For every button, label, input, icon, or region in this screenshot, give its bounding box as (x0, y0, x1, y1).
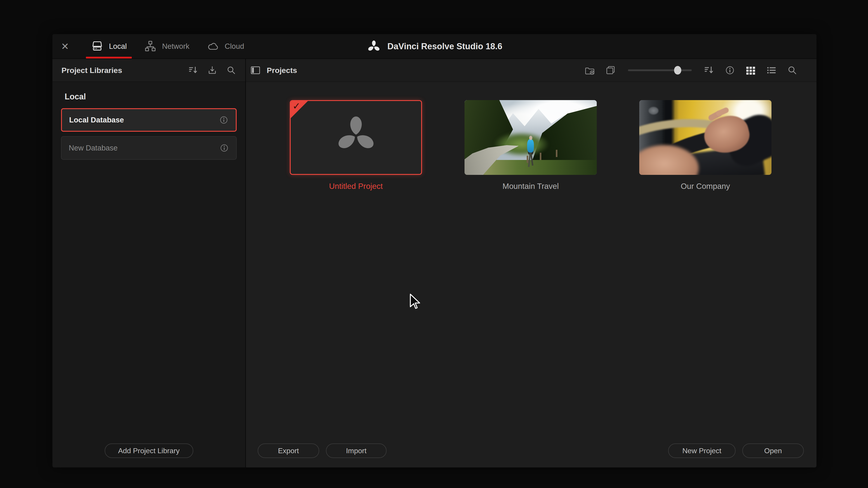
project-thumbnail-steering-wheel-photo (639, 100, 772, 175)
search-projects-icon[interactable] (787, 65, 798, 75)
thumbnail-preview-icon[interactable] (605, 65, 616, 75)
project-info-icon[interactable] (725, 65, 735, 75)
app-title: DaVinci Resolve Studio 18.6 (388, 41, 502, 51)
grid-view-icon[interactable] (745, 65, 756, 75)
thumbnail-size-slider[interactable] (628, 69, 692, 71)
sidebar-toggle-icon[interactable] (250, 66, 260, 75)
new-project-button[interactable]: New Project (668, 444, 736, 458)
projects-toolbar (585, 65, 807, 75)
library-section-label: Local (65, 92, 237, 101)
projects-footer: Export Import New Project Open (258, 444, 804, 458)
desktop-background: ✕ Local (0, 0, 868, 488)
project-thumbnail-placeholder: ✓ (290, 100, 422, 175)
close-icon: ✕ (61, 41, 69, 52)
close-button[interactable]: ✕ (61, 34, 77, 59)
app-title-group: DaVinci Resolve Studio 18.6 (367, 39, 502, 54)
tab-local[interactable]: Local (82, 34, 135, 59)
window-topbar: ✕ Local (53, 34, 816, 59)
database-name: Local Database (69, 116, 124, 124)
window-content: Project Libraries (53, 59, 816, 467)
tab-network[interactable]: Network (135, 34, 198, 59)
import-library-icon[interactable] (207, 65, 217, 75)
sidebar-header: Project Libraries (53, 59, 245, 82)
project-card-untitled-project[interactable]: ✓ Untitled Project (290, 100, 422, 191)
selected-checkmark-badge: ✓ (291, 101, 308, 118)
davinci-logo-placeholder-icon (333, 112, 379, 157)
info-icon[interactable] (219, 143, 229, 153)
slider-thumb[interactable] (674, 66, 681, 74)
project-thumbnail-mountain-photo (465, 100, 597, 175)
projects-panel: Projects (246, 59, 816, 467)
project-manager-window: ✕ Local (53, 34, 816, 467)
projects-header: Projects (246, 59, 816, 82)
open-button[interactable]: Open (742, 444, 804, 458)
tab-local-label: Local (109, 42, 127, 51)
database-name: New Database (69, 144, 118, 152)
project-libraries-sidebar: Project Libraries (53, 59, 246, 467)
project-card-mountain-travel[interactable]: Mountain Travel (465, 100, 597, 191)
sort-projects-icon[interactable] (704, 65, 714, 75)
sidebar-header-icons (188, 65, 236, 75)
local-drive-icon (91, 40, 103, 53)
tab-network-label: Network (162, 42, 189, 51)
project-name: Mountain Travel (465, 182, 597, 191)
davinci-resolve-logo-icon (367, 39, 381, 54)
hiker-figure (525, 138, 537, 167)
projects-grid: ✓ Untitled Project (246, 82, 816, 467)
projects-title: Projects (267, 66, 297, 75)
cloud-icon (207, 40, 219, 53)
export-button[interactable]: Export (258, 444, 319, 458)
list-view-icon[interactable] (766, 65, 777, 75)
project-name: Untitled Project (290, 182, 422, 191)
sidebar-body: Local Local Database New Database (53, 82, 245, 164)
network-icon (144, 40, 157, 53)
database-item-new-database[interactable]: New Database (61, 136, 237, 160)
mouse-cursor (408, 293, 424, 310)
tab-cloud[interactable]: Cloud (198, 34, 253, 59)
import-button[interactable]: Import (326, 444, 386, 458)
search-libraries-icon[interactable] (226, 65, 236, 75)
info-icon[interactable] (219, 115, 228, 125)
new-folder-icon[interactable] (585, 65, 595, 75)
database-item-local-database[interactable]: Local Database (61, 108, 237, 132)
sort-libraries-icon[interactable] (188, 65, 198, 75)
project-card-our-company[interactable]: Our Company (639, 100, 772, 191)
location-tabs: Local Network Cloud (82, 34, 253, 59)
project-name: Our Company (639, 182, 772, 191)
add-project-library-button[interactable]: Add Project Library (105, 444, 193, 458)
checkmark-icon: ✓ (292, 101, 301, 111)
sidebar-title: Project Libraries (61, 66, 122, 75)
tab-cloud-label: Cloud (225, 42, 244, 51)
